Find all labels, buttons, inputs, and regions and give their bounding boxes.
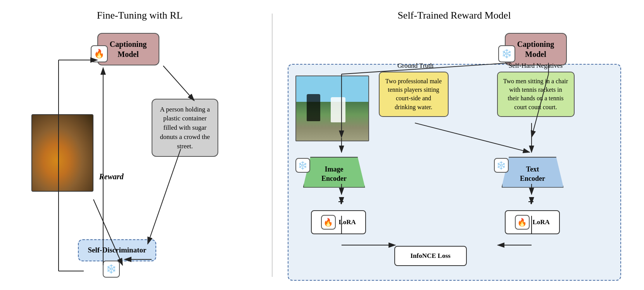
lora-image-fire-icon: 🔥 bbox=[321, 215, 336, 230]
right-panel: Self-Trained Reward Model Captioning Mod… bbox=[273, 6, 636, 285]
left-snowflake-icon: ❄️ bbox=[103, 261, 120, 278]
left-content: Captioning Model 🔥 A person holding a pl… bbox=[20, 29, 260, 285]
lora-text-box: 🔥 LoRA bbox=[505, 210, 560, 234]
ground-truth-section-label: Ground Truth bbox=[388, 62, 443, 70]
left-caption-box: A person holding a plastic container fil… bbox=[152, 99, 219, 157]
text-encoder-box: Text Encoder bbox=[502, 157, 564, 188]
right-tennis-image bbox=[295, 76, 369, 141]
ground-truth-box: Two professional male tennis players sit… bbox=[379, 72, 449, 117]
lora-image-box: 🔥 LoRA bbox=[311, 210, 366, 234]
left-fire-icon: 🔥 bbox=[91, 45, 108, 62]
self-hard-negatives-box: Two men sitting in a chair with tennis r… bbox=[497, 72, 575, 117]
left-reward-label: Reward bbox=[99, 172, 124, 181]
infonceloss-box: InfoNCE Loss bbox=[394, 246, 467, 266]
svg-line-2 bbox=[148, 149, 181, 244]
left-panel: Fine-Tuning with RL Captioning Model 🔥 A… bbox=[8, 6, 272, 285]
left-captioning-model-label: Captioning Model bbox=[110, 40, 147, 58]
image-encoder-box: Image Encoder bbox=[303, 157, 365, 188]
left-caption-text: A person holding a plastic container fil… bbox=[160, 106, 210, 150]
left-title: Fine-Tuning with RL bbox=[97, 10, 183, 21]
left-discriminator-box: Self-Discriminator bbox=[78, 239, 157, 261]
right-snowflake-top-icon: ❄️ bbox=[498, 45, 515, 62]
right-captioning-model-label: Captioning Model bbox=[517, 40, 554, 58]
right-title: Self-Trained Reward Model bbox=[397, 10, 511, 21]
lora-text-fire-icon: 🔥 bbox=[515, 215, 530, 230]
plus-sign-right: + bbox=[528, 196, 534, 208]
text-encoder-snowflake-icon: ❄️ bbox=[494, 158, 509, 173]
svg-line-1 bbox=[163, 66, 194, 101]
right-content: Captioning Model ❄️ Ground Truth Two pro… bbox=[280, 29, 629, 285]
plus-sign-left: + bbox=[338, 196, 344, 208]
image-encoder-snowflake-icon: ❄️ bbox=[295, 158, 310, 173]
left-food-image bbox=[31, 114, 93, 192]
self-hard-negatives-label: Self-Hard Negatives bbox=[501, 62, 571, 70]
main-container: Fine-Tuning with RL Captioning Model 🔥 A… bbox=[8, 6, 636, 285]
